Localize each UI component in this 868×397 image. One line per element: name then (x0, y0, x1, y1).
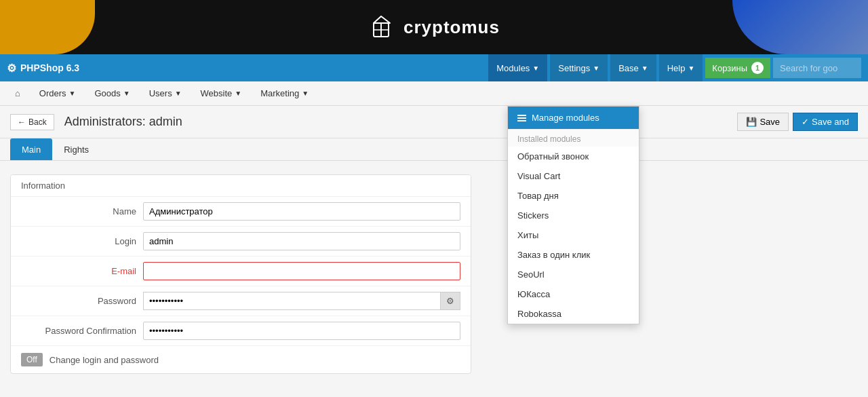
module-item-5[interactable]: Заказ в один клик (508, 245, 639, 265)
save-label: Save (760, 117, 780, 127)
module-item-0[interactable]: Обратный звонок (508, 147, 639, 166)
home-icon: ⌂ (15, 88, 20, 98)
name-row: Name (11, 197, 471, 227)
logo-area: cryptomus (368, 14, 500, 41)
back-arrow-icon: ← (18, 117, 26, 127)
password-confirm-input[interactable] (143, 322, 460, 340)
goods-button[interactable]: Goods ▼ (87, 84, 138, 102)
password-toggle-button[interactable]: ⚙ (440, 292, 460, 310)
goods-caret: ▼ (123, 90, 130, 97)
manage-modules-label: Manage modules (532, 113, 599, 123)
back-label: Back (28, 117, 47, 127)
name-input[interactable] (143, 202, 460, 221)
save-and-button[interactable]: ✓ Save and (793, 113, 858, 131)
base-button[interactable]: Base ▼ (610, 54, 656, 81)
tab-rights[interactable]: Rights (52, 138, 100, 160)
menu-lines-icon (517, 115, 526, 121)
module-item-4[interactable]: Хиты (508, 225, 639, 245)
password-wrapper: ⚙ (143, 292, 460, 310)
tab-main[interactable]: Main (10, 138, 52, 160)
password-confirm-label: Password Confirmation (21, 326, 136, 336)
svg-marker-1 (374, 16, 390, 23)
brand-title: PHPShop 6.3 (20, 62, 79, 73)
basket-badge: 1 (751, 62, 764, 74)
installed-modules-label: Installed modules (508, 129, 639, 147)
form-section-header: Information (11, 175, 471, 197)
password-confirm-row: Password Confirmation (11, 316, 471, 346)
users-label: Users (149, 88, 172, 98)
orders-label: Orders (39, 88, 66, 98)
save-button[interactable]: 💾 Save (737, 113, 789, 131)
logo-text: cryptomus (403, 17, 500, 38)
form-section: Information Name Login E-mail Password (10, 174, 471, 374)
help-label: Help (667, 63, 686, 73)
password-input[interactable] (143, 292, 440, 310)
tabs-area: Main Rights (0, 138, 868, 161)
modules-caret: ▼ (532, 64, 539, 72)
module-item-3[interactable]: Stickers (508, 206, 639, 225)
save-and-label: Save and (812, 117, 849, 127)
module-item-8[interactable]: Robokassa (508, 304, 639, 324)
tab-main-label: Main (22, 145, 41, 155)
page-actions: 💾 Save ✓ Save and (737, 113, 858, 131)
website-caret: ▼ (235, 90, 241, 97)
module-item-7[interactable]: ЮКасса (508, 284, 639, 304)
settings-caret: ▼ (593, 64, 599, 72)
save-icon: 💾 (746, 117, 757, 127)
basket-button[interactable]: Корзины 1 (705, 58, 770, 78)
module-item-1[interactable]: Visual Cart (508, 166, 639, 186)
logo-icon (368, 14, 395, 41)
gear-icon: ⚙ (7, 62, 16, 75)
help-button[interactable]: Help ▼ (659, 54, 703, 81)
modules-button[interactable]: Modules ▼ (488, 54, 547, 81)
section-title: Information (21, 181, 65, 191)
email-input[interactable] (143, 262, 460, 280)
website-button[interactable]: Website ▼ (193, 84, 250, 102)
email-label: E-mail (21, 266, 136, 276)
base-caret: ▼ (642, 64, 648, 72)
module-item-2[interactable]: Товар дня (508, 186, 639, 206)
toggle-state: Off (26, 355, 37, 364)
settings-button[interactable]: Settings ▼ (550, 54, 608, 81)
settings-label: Settings (558, 63, 590, 73)
sub-navbar: ⌂ Orders ▼ Goods ▼ Users ▼ Website ▼ Mar… (0, 81, 868, 106)
email-row: E-mail (11, 257, 471, 286)
content-wrapper: ← Back Administrators: admin 💾 Save ✓ Sa… (0, 106, 868, 397)
manage-modules-item[interactable]: Manage modules (508, 107, 639, 129)
users-caret: ▼ (175, 90, 182, 97)
nav-right: Modules ▼ Settings ▼ Base ▼ Help ▼ Корзи… (488, 54, 861, 81)
goods-label: Goods (95, 88, 121, 98)
marketing-caret: ▼ (302, 90, 309, 97)
login-input[interactable] (143, 232, 460, 250)
page-title: Administrators: admin (64, 115, 182, 129)
toggle-row: Off Change login and password (11, 346, 471, 373)
page-header: ← Back Administrators: admin 💾 Save ✓ Sa… (0, 106, 868, 138)
check-icon: ✓ (802, 117, 809, 127)
orders-caret: ▼ (69, 90, 76, 97)
tab-rights-label: Rights (64, 145, 89, 155)
login-row: Login (11, 227, 471, 257)
password-row: Password ⚙ (11, 286, 471, 316)
home-button[interactable]: ⌂ (7, 84, 28, 102)
dropdown-menu: Manage modules Installed modules Обратны… (507, 106, 639, 324)
marketing-button[interactable]: Marketing ▼ (252, 84, 317, 102)
form-area: Information Name Login E-mail Password (0, 161, 868, 387)
marketing-label: Marketing (260, 88, 299, 98)
top-banner: cryptomus (0, 0, 868, 54)
modules-label: Modules (496, 63, 530, 73)
toggle-label: Change login and password (50, 355, 159, 365)
name-label: Name (21, 206, 136, 216)
help-caret: ▼ (688, 64, 694, 72)
base-label: Base (618, 63, 639, 73)
main-navbar: ⚙ PHPShop 6.3 Modules ▼ Settings ▼ Base … (0, 54, 868, 81)
orders-button[interactable]: Orders ▼ (31, 84, 84, 102)
basket-label: Корзины (712, 63, 747, 73)
back-button[interactable]: ← Back (10, 114, 54, 130)
login-label: Login (21, 236, 136, 246)
search-input[interactable] (773, 58, 861, 78)
toggle-button[interactable]: Off (21, 353, 43, 366)
password-label: Password (21, 296, 136, 306)
brand-area: ⚙ PHPShop 6.3 (7, 62, 79, 75)
users-button[interactable]: Users ▼ (141, 84, 190, 102)
module-item-6[interactable]: SeoUrl (508, 265, 639, 284)
